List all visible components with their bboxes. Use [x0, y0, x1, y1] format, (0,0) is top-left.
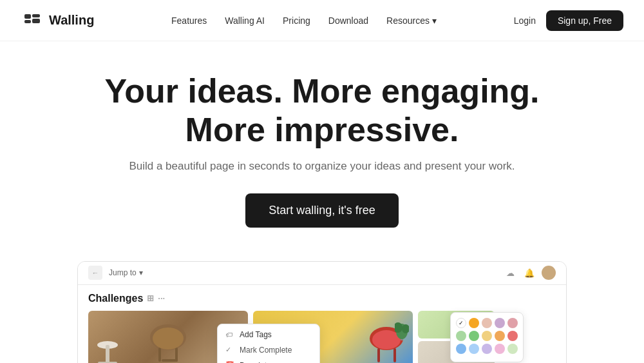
hero-section: Your ideas. More engaging. More impressi… — [0, 41, 644, 248]
svg-rect-1 — [24, 20, 31, 23]
svg-rect-13 — [377, 348, 380, 362]
nav-link-download[interactable]: Download — [328, 15, 368, 26]
nav-actions: Login Sign up, Free — [514, 10, 623, 31]
check-icon: ✓ — [225, 346, 234, 354]
context-menu: 🏷 Add Tags ✓ Mark Complete 📅 Due date 👤 … — [217, 324, 320, 363]
swatch-lavender[interactable] — [495, 318, 505, 328]
app-preview: ← Jump to ▾ ☁ 🔔 Challenges ⊞ ··· — [77, 261, 567, 363]
swatch-purple[interactable] — [482, 344, 492, 354]
hero-title: Your ideas. More engaging. More impressi… — [21, 72, 623, 150]
user-avatar[interactable] — [542, 266, 556, 280]
chevron-down-icon: ▾ — [139, 268, 143, 277]
ctx-mark-complete[interactable]: ✓ Mark Complete — [218, 342, 319, 358]
logo-icon — [21, 9, 44, 32]
signup-button[interactable]: Sign up, Free — [546, 10, 623, 31]
swatch-blue-light[interactable] — [469, 344, 479, 354]
color-swatches-panel: ✓ — [450, 312, 524, 362]
tag-icon: 🏷 — [225, 331, 234, 338]
ctx-due-date[interactable]: 📅 Due date — [218, 358, 319, 363]
back-button[interactable]: ← — [88, 266, 102, 280]
swatch-blue[interactable] — [456, 344, 466, 354]
svg-rect-10 — [106, 345, 109, 363]
svg-rect-3 — [32, 19, 40, 23]
svg-rect-7 — [162, 359, 178, 362]
app-toolbar: ← Jump to ▾ ☁ 🔔 — [78, 262, 566, 285]
svg-rect-5 — [158, 348, 161, 362]
swatch-row-check: ✓ — [456, 318, 518, 328]
logo-text: Walling — [49, 13, 94, 28]
swatch-mint[interactable] — [507, 344, 518, 354]
svg-rect-0 — [24, 14, 31, 19]
swatch-yellow[interactable] — [482, 331, 492, 341]
swatch-row-2 — [456, 331, 518, 341]
svg-rect-2 — [32, 14, 40, 17]
cta-button[interactable]: Start walling, it's free — [245, 193, 399, 228]
swatch-row-3 — [456, 344, 518, 354]
nav-link-pricing[interactable]: Pricing — [283, 15, 310, 26]
login-button[interactable]: Login — [514, 15, 536, 26]
bell-icon[interactable]: 🔔 — [522, 266, 536, 280]
nav-links: Features Walling AI Pricing Download Res… — [171, 15, 437, 26]
nav-link-features[interactable]: Features — [171, 15, 207, 26]
toolbar-left: ← Jump to ▾ — [88, 266, 143, 280]
swatch-amber[interactable] — [495, 331, 505, 341]
image-cards-row: 🏷 Add Tags ✓ Mark Complete 📅 Due date 👤 … — [88, 311, 556, 363]
grid-icon: ⊞ — [147, 293, 154, 303]
svg-point-8 — [153, 328, 184, 349]
app-content: Challenges ⊞ ··· — [78, 285, 566, 363]
more-icon[interactable]: ··· — [158, 293, 165, 303]
nav-link-resources[interactable]: Resources ▾ — [386, 15, 437, 26]
wall-title: Challenges ⊞ ··· — [88, 293, 556, 304]
swatch-green-light[interactable] — [456, 331, 466, 341]
swatch-check[interactable]: ✓ — [456, 318, 466, 328]
chevron-down-icon: ▾ — [432, 15, 437, 26]
swatch-orange[interactable] — [469, 318, 479, 328]
cloud-icon[interactable]: ☁ — [503, 266, 517, 280]
breadcrumb: Jump to ▾ — [109, 268, 143, 277]
swatch-pink[interactable] — [507, 318, 518, 328]
ctx-add-tags[interactable]: 🏷 Add Tags — [218, 327, 319, 342]
svg-rect-14 — [393, 348, 396, 362]
hero-subtitle: Build a beautiful page in seconds to org… — [21, 160, 623, 173]
navbar: Walling Features Walling AI Pricing Down… — [0, 0, 644, 41]
swatch-red[interactable] — [507, 331, 518, 341]
swatch-peach[interactable] — [482, 318, 492, 328]
swatch-green[interactable] — [469, 331, 479, 341]
toolbar-right: ☁ 🔔 — [503, 266, 556, 280]
logo[interactable]: Walling — [21, 9, 94, 32]
swatch-rose[interactable] — [495, 344, 505, 354]
nav-link-walling-ai[interactable]: Walling AI — [225, 15, 265, 26]
